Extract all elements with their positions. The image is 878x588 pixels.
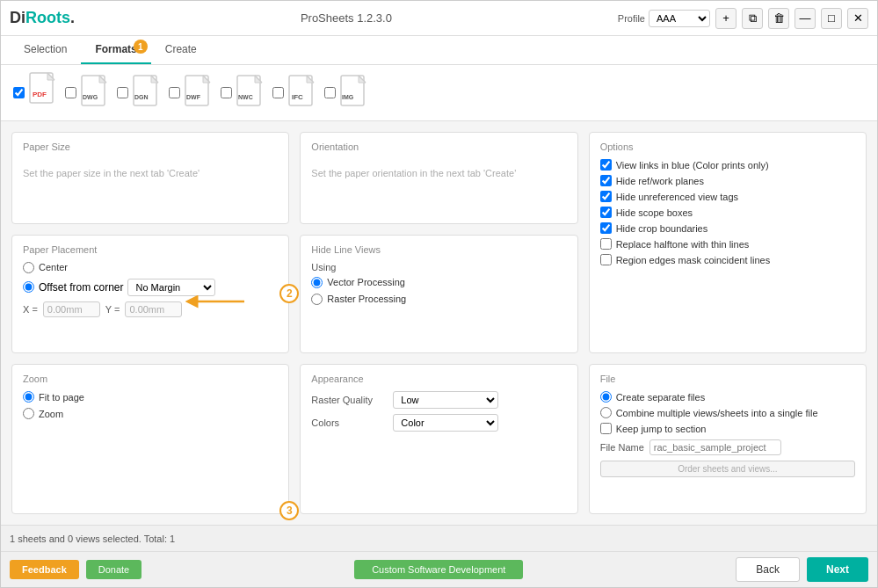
img-icon: IMG <box>339 75 371 112</box>
y-input[interactable] <box>125 301 182 317</box>
raster-quality-select[interactable]: Low Medium High <box>393 391 498 409</box>
next-button[interactable]: Next <box>807 557 868 582</box>
statusbar: 1 sheets and 0 views selected. Total: 1 <box>1 525 877 551</box>
format-nwc[interactable]: NWC <box>221 75 267 112</box>
paper-size-section: Paper Size Set the paper size in the nex… <box>11 132 289 224</box>
feedback-button[interactable]: Feedback <box>10 560 79 579</box>
paper-size-title: Paper Size <box>23 142 278 152</box>
annotation-2: 2 <box>279 284 299 303</box>
option-hide-scope: Hide scope boxes <box>600 207 855 218</box>
colors-select[interactable]: Color Black & White Grayscale <box>393 414 498 432</box>
orientation-section: Orientation Set the paper orientation in… <box>300 132 577 224</box>
file-title: File <box>600 374 855 384</box>
options-section: Options View links in blue (Color prints… <box>589 132 867 353</box>
replace-halftone-checkbox[interactable] <box>600 238 612 250</box>
add-profile-button[interactable]: + <box>715 8 737 29</box>
view-links-checkbox[interactable] <box>600 159 612 171</box>
separate-radio[interactable] <box>600 391 612 403</box>
titlebar-controls: Profile AAA BBB CCC + ⧉ 🗑 — □ ✕ <box>618 8 868 29</box>
format-img[interactable]: IMG <box>324 75 371 112</box>
minimize-button[interactable]: — <box>795 8 816 29</box>
dwf-checkbox[interactable] <box>169 87 180 98</box>
margin-select[interactable]: No Margin 5mm 10mm Custom <box>127 279 215 296</box>
combine-label: Combine multiple views/sheets into a sin… <box>616 408 818 418</box>
file-name-input[interactable] <box>649 439 781 455</box>
bottombar: Feedback Donate Custom Software Developm… <box>1 551 877 587</box>
vector-label: Vector Processing <box>327 277 405 287</box>
dgn-icon: DGN <box>132 75 163 112</box>
pdf-icon: PDF <box>28 72 60 113</box>
format-icons-bar: PDF DWG <box>1 65 877 121</box>
main-content: Paper Size Set the paper size in the nex… <box>1 121 877 525</box>
format-pdf[interactable]: PDF <box>13 72 60 113</box>
status-text: 1 sheets and 0 views selected. Total: 1 <box>10 534 175 544</box>
delete-profile-button[interactable]: 🗑 <box>768 8 789 29</box>
create-separate-row: Create separate files <box>600 391 855 403</box>
keep-jump-row: Keep jump to section <box>600 423 855 434</box>
paper-placement-title: Paper Placement <box>23 244 278 255</box>
profile-select[interactable]: AAA BBB CCC <box>649 10 710 27</box>
dgn-checkbox[interactable] <box>117 87 128 98</box>
using-label: Using <box>311 262 566 272</box>
placement-center-row: Center <box>23 262 278 273</box>
center-radio[interactable] <box>23 262 34 273</box>
vector-radio[interactable] <box>311 277 323 288</box>
format-dgn[interactable]: DGN <box>117 75 163 112</box>
back-button[interactable]: Back <box>736 557 800 582</box>
format-ifc[interactable]: IFC <box>272 75 319 112</box>
combine-row: Combine multiple views/sheets into a sin… <box>600 407 855 418</box>
svg-text:PDF: PDF <box>33 91 47 98</box>
tab-create[interactable]: Create <box>151 36 211 64</box>
zoom-section: Zoom Fit to page Zoom 3 <box>11 364 289 514</box>
dwg-checkbox[interactable] <box>65 87 76 98</box>
option-region-edges: Region edges mask coincident lines <box>600 254 855 265</box>
keep-jump-checkbox[interactable] <box>600 423 612 434</box>
option-hide-unreferenced: Hide unreferenced view tags <box>600 191 855 202</box>
tab-formats[interactable]: Formats 1 <box>81 36 150 64</box>
raster-radio[interactable] <box>311 294 323 305</box>
fit-to-page-radio[interactable] <box>23 391 34 403</box>
donate-button[interactable]: Donate <box>86 560 141 579</box>
hide-unreferenced-checkbox[interactable] <box>600 191 612 202</box>
x-label: X = <box>23 304 38 315</box>
format-dwg[interactable]: DWG <box>65 75 112 112</box>
file-name-row: File Name <box>600 439 855 455</box>
hide-crop-checkbox[interactable] <box>600 222 612 234</box>
close-button[interactable]: ✕ <box>847 8 868 29</box>
paper-size-hint: Set the paper size in the next tab 'Crea… <box>23 159 278 187</box>
pdf-checkbox[interactable] <box>13 87 25 98</box>
offset-radio[interactable] <box>23 281 34 293</box>
y-label: Y = <box>105 304 120 315</box>
svg-text:DWF: DWF <box>186 94 201 100</box>
zoom-label: Zoom <box>39 409 63 419</box>
vector-processing-row: Vector Processing <box>311 277 566 288</box>
separate-label: Create separate files <box>616 392 706 403</box>
nwc-checkbox[interactable] <box>221 87 232 98</box>
hide-scope-checkbox[interactable] <box>600 207 612 218</box>
offset-label: Offset from corner <box>39 281 123 294</box>
fit-to-page-label: Fit to page <box>39 392 84 403</box>
file-name-label: File Name <box>600 442 644 453</box>
ifc-checkbox[interactable] <box>272 87 284 98</box>
img-checkbox[interactable] <box>324 87 336 98</box>
order-sheets-button[interactable]: Order sheets and views... <box>600 461 855 477</box>
zoom-radio[interactable] <box>23 408 34 419</box>
dwg-icon: DWG <box>80 75 112 112</box>
option-hide-crop: Hide crop boundaries <box>600 222 855 234</box>
copy-profile-button[interactable]: ⧉ <box>742 8 763 29</box>
hide-ref-checkbox[interactable] <box>600 175 612 186</box>
zoom-row: Zoom <box>23 408 278 419</box>
maximize-button[interactable]: □ <box>821 8 842 29</box>
region-edges-checkbox[interactable] <box>600 254 612 265</box>
svg-text:IMG: IMG <box>342 94 354 100</box>
raster-quality-label: Raster Quality <box>311 395 386 405</box>
option-hide-ref: Hide ref/work planes <box>600 175 855 186</box>
format-dwf[interactable]: DWF <box>169 75 215 112</box>
appearance-title: Appearance <box>311 374 566 384</box>
tab-selection[interactable]: Selection <box>10 36 81 64</box>
hide-line-title: Hide Line Views <box>311 244 566 255</box>
combine-radio[interactable] <box>600 407 612 418</box>
x-input[interactable] <box>43 301 100 317</box>
left-buttons: Feedback Donate <box>10 560 141 579</box>
custom-dev-button[interactable]: Custom Software Development <box>354 560 523 579</box>
